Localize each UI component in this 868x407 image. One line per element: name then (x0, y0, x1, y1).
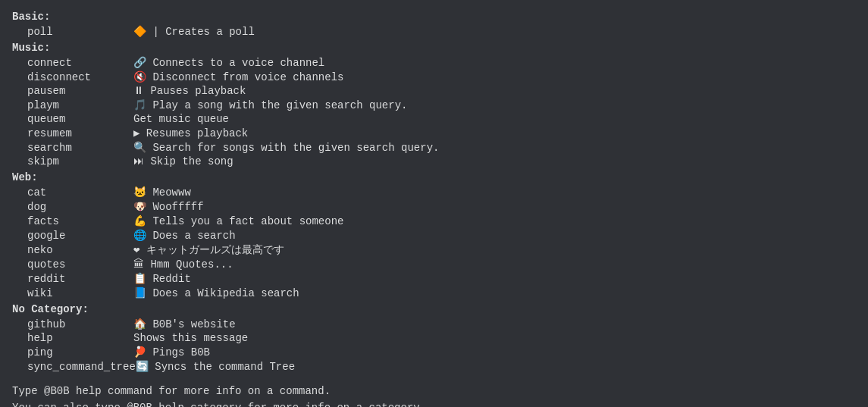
command-desc: Shows this message (133, 332, 856, 344)
command-row: reddit📋 Reddit (12, 271, 856, 286)
command-name: playm (12, 99, 133, 111)
command-name: ping (12, 346, 133, 358)
sections-container: Basic:poll🔶 | Creates a pollMusic:connec… (12, 11, 856, 374)
section-header-0: Basic: (12, 11, 856, 23)
footer-line1: Type @B0B help command for more info on … (12, 383, 856, 399)
command-row: neko❤️ キャットガールズは最高です (12, 243, 856, 258)
command-row: poll🔶 | Creates a poll (12, 24, 856, 39)
section-header-3: No Category: (12, 303, 856, 315)
command-name: neko (12, 244, 133, 256)
command-desc: ⏸ Pauses playback (133, 85, 856, 97)
command-name: facts (12, 215, 133, 227)
command-row: queuemGet music queue (12, 112, 856, 126)
command-row: connect🔗 Connects to a voice channel (12, 55, 856, 70)
command-row: resumem▶️ Resumes playback (12, 126, 856, 140)
command-row: cat🐱 Meowww (12, 185, 856, 199)
command-desc: 💪 Tells you a fact about someone (133, 214, 856, 227)
command-name: quotes (12, 258, 133, 271)
footer: Type @B0B help command for more info on … (12, 383, 856, 407)
command-name: github (12, 318, 133, 330)
command-desc: 🔄 Syncs the command Tree (136, 360, 856, 373)
command-name: sync_command_tree (12, 361, 136, 373)
command-row: pausem⏸ Pauses playback (12, 84, 856, 98)
command-row: sync_command_tree🔄 Syncs the command Tre… (12, 359, 856, 374)
section-header-1: Music: (12, 42, 856, 54)
command-desc: 🔇 Disconnect from voice channels (133, 70, 856, 83)
command-desc: 🏛 Hmm Quotes... (133, 258, 856, 271)
command-desc: 🌐 Does a search (133, 229, 856, 242)
command-row: quotes🏛 Hmm Quotes... (12, 258, 856, 271)
command-name: connect (12, 57, 133, 69)
command-desc: 🎵 Play a song with the given search quer… (133, 99, 856, 111)
command-desc: 🏓 Pings B0B (133, 346, 856, 358)
command-row: searchm🔍 Search for songs with the given… (12, 140, 856, 155)
main-content: Basic:poll🔶 | Creates a pollMusic:connec… (12, 11, 856, 407)
command-name: queuem (12, 113, 133, 125)
command-desc: 📘 Does a Wikipedia search (133, 286, 856, 299)
command-row: skipm⏭ Skip the song (12, 155, 856, 168)
command-row: google🌐 Does a search (12, 228, 856, 243)
command-desc: Get music queue (133, 113, 856, 125)
command-name: searchm (12, 142, 133, 154)
command-desc: ▶️ Resumes playback (133, 127, 856, 139)
command-row: disconnect🔇 Disconnect from voice channe… (12, 70, 856, 84)
command-row: wiki📘 Does a Wikipedia search (12, 286, 856, 300)
command-desc: ⏭ Skip the song (133, 155, 856, 167)
command-name: google (12, 230, 133, 242)
command-name: skipm (12, 155, 133, 167)
command-desc: 🏠 B0B's website (133, 318, 856, 330)
command-row: playm🎵 Play a song with the given search… (12, 98, 856, 112)
command-row: facts💪 Tells you a fact about someone (12, 214, 856, 228)
command-row: ping🏓 Pings B0B (12, 345, 856, 359)
command-name: wiki (12, 287, 133, 299)
command-row: helpShows this message (12, 331, 856, 345)
section-header-2: Web: (12, 171, 856, 183)
command-desc: 🔍 Search for songs with the given search… (133, 141, 856, 154)
command-desc: 🐱 Meowww (133, 186, 856, 199)
command-name: dog (12, 201, 133, 213)
command-name: disconnect (12, 71, 133, 83)
command-desc: 🐶 Woofffff (133, 200, 856, 213)
command-name: pausem (12, 85, 133, 97)
command-desc: ❤️ キャットガールズは最高です (133, 243, 856, 257)
footer-line2: You can also type @B0B help category for… (12, 399, 856, 407)
command-name: reddit (12, 273, 133, 285)
command-desc: 📋 Reddit (133, 272, 856, 285)
command-desc: 🔗 Connects to a voice channel (133, 56, 856, 69)
command-row: github🏠 B0B's website (12, 317, 856, 331)
command-name: resumem (12, 127, 133, 139)
command-desc: 🔶 | Creates a poll (133, 25, 856, 38)
command-name: poll (12, 26, 133, 38)
command-name: help (12, 332, 133, 344)
command-name: cat (12, 186, 133, 199)
command-row: dog🐶 Woofffff (12, 199, 856, 214)
